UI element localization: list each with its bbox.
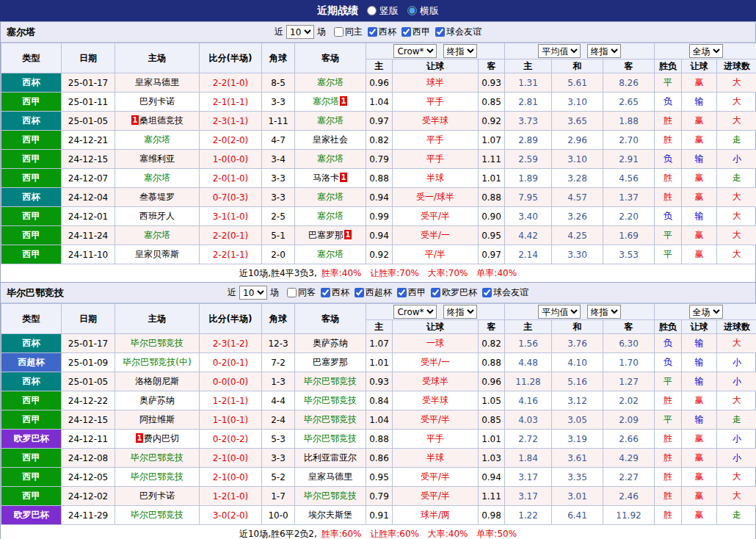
match-date: 24-11-10 <box>62 245 115 264</box>
avg-source-select[interactable]: 平均值 <box>538 44 581 58</box>
filter-checkbox[interactable] <box>287 288 297 297</box>
filter-option-同主[interactable]: 同主 <box>334 26 363 38</box>
corner-score: 3-3 <box>262 188 295 207</box>
team-name[interactable]: 毕尔巴鄂竞技 <box>304 414 357 424</box>
filter-checkbox[interactable] <box>401 27 411 37</box>
match-row: 西甲24-11-10皇家贝蒂斯2-2(1-1)2-0塞尔塔0.92平/半0.97… <box>1 245 756 264</box>
filter-checkbox[interactable] <box>435 27 445 37</box>
team-name[interactable]: 毕尔巴鄂竞技 <box>131 471 183 482</box>
avg-away-odds: 2.46 <box>603 487 655 506</box>
team-name[interactable]: 巴塞罗那 <box>308 230 344 240</box>
team-name[interactable]: 塞尔塔 <box>317 192 344 202</box>
team-name[interactable]: 奥萨苏纳 <box>139 395 175 405</box>
handicap-line: 平手 <box>393 93 479 112</box>
filter-option-欧罗巴杯[interactable]: 欧罗巴杯 <box>431 286 477 299</box>
team-name[interactable]: 巴列卡诺 <box>139 491 175 501</box>
team-name[interactable]: 毕尔巴鄂竞技 <box>131 510 183 520</box>
team-name[interactable]: 塞尔塔 <box>144 173 170 183</box>
scope-select[interactable]: 全场 <box>689 44 723 58</box>
team-name[interactable]: 叁慕堤罗 <box>139 192 175 202</box>
team-name[interactable]: 毕尔巴鄂竞技 <box>131 338 183 348</box>
team-name[interactable]: 塞维利亚 <box>139 153 175 164</box>
match-score: 2-2(0-1) <box>200 226 262 245</box>
team-name[interactable]: 西班牙人 <box>139 211 175 221</box>
filter-option-西杯[interactable]: 西杯 <box>321 286 349 299</box>
vertical-layout-radio[interactable] <box>367 6 377 15</box>
avg-kind-select[interactable]: 终指 <box>587 44 621 58</box>
team-name[interactable]: 巴列卡诺 <box>139 96 175 106</box>
team-name[interactable]: 皇家马德里 <box>308 471 352 482</box>
team-name[interactable]: 塞尔塔 <box>144 230 170 240</box>
filter-option-西甲[interactable]: 西甲 <box>397 286 426 299</box>
layout-option-vertical[interactable]: 竖版 <box>367 4 399 18</box>
team-name[interactable]: 塞尔塔 <box>144 134 170 145</box>
home-team-cell: 毕尔巴鄂竞技 <box>115 506 200 525</box>
corner-score: 1-11 <box>262 112 295 131</box>
odds-kind-select[interactable]: 终指 <box>443 305 477 319</box>
match-count-select[interactable]: 10 <box>286 25 314 39</box>
match-date: 24-12-02 <box>62 487 115 506</box>
team-name[interactable]: 毕尔巴鄂竞技 <box>304 491 357 501</box>
away-team-cell: 塞尔塔 <box>295 112 366 131</box>
team-name[interactable]: 毕尔巴鄂竞技 <box>131 452 183 463</box>
team-name[interactable]: 桑坦德竞技 <box>139 115 183 126</box>
scope-group-header: 全场 <box>655 43 756 59</box>
filter-option-同客[interactable]: 同客 <box>287 286 316 299</box>
team-name[interactable]: 塞尔塔 <box>317 115 344 126</box>
horizontal-layout-radio[interactable] <box>407 6 417 15</box>
team-name[interactable]: 奥萨苏纳 <box>313 338 348 348</box>
team-name[interactable]: 塞尔塔 <box>317 153 344 164</box>
filter-checkbox[interactable] <box>321 288 330 297</box>
layout-option-horizontal[interactable]: 横版 <box>407 4 439 18</box>
filter-checkbox[interactable] <box>397 288 407 297</box>
away-team-cell: 塞尔塔 <box>295 188 366 207</box>
scope-select[interactable]: 全场 <box>689 305 723 319</box>
match-type-badge: 西甲 <box>1 207 62 226</box>
team-name[interactable]: 皇家社会 <box>313 134 348 145</box>
team-name[interactable]: 塞尔塔 <box>313 96 339 106</box>
avg-home-odds: 1.22 <box>505 506 552 525</box>
filter-option-西杯[interactable]: 西杯 <box>368 26 396 38</box>
result-goals: 大 <box>717 226 756 245</box>
match-score: 3-1(1-0) <box>200 207 262 226</box>
team-name[interactable]: 塞尔塔 <box>317 211 344 221</box>
team-name[interactable]: 毕尔巴鄂竞技 <box>304 395 357 405</box>
odds-kind-select[interactable]: 终指 <box>443 44 477 58</box>
avg-kind-select[interactable]: 终指 <box>587 305 621 319</box>
team-name[interactable]: 皇家马德里 <box>135 77 179 87</box>
filter-checkbox[interactable] <box>482 288 492 297</box>
avg-source-select[interactable]: 平均值 <box>538 305 581 319</box>
team-name[interactable]: 毕尔巴鄂竞技 <box>304 433 357 444</box>
subcol-handicap-result: 让球 <box>682 59 717 73</box>
team-name[interactable]: 巴塞罗那 <box>313 357 348 367</box>
filter-checkbox[interactable] <box>368 27 377 37</box>
filter-checkbox[interactable] <box>355 288 364 297</box>
team-name[interactable]: 阿拉维斯 <box>139 414 175 424</box>
team-name[interactable]: 马洛卡 <box>313 173 339 183</box>
team-name[interactable]: 毕尔巴鄂竞技 <box>304 376 357 386</box>
filter-checkbox[interactable] <box>334 27 344 37</box>
match-row: 西杯24-12-04叁慕堤罗0-7(0-3)3-3塞尔塔0.94受一/球半0.8… <box>1 188 756 207</box>
avg-away-odds: 8.26 <box>603 73 655 93</box>
odds-source-select[interactable]: Crow* <box>393 305 437 319</box>
filter-checkbox[interactable] <box>431 288 440 297</box>
filter-option-球会友谊[interactable]: 球会友谊 <box>482 286 528 299</box>
team-name[interactable]: 毕尔巴鄂竞技(中) <box>123 357 191 367</box>
handicap-line: 平手 <box>393 131 479 150</box>
team-name[interactable]: 比利亚雷亚尔 <box>304 452 357 463</box>
team-name[interactable]: 塞尔塔 <box>317 249 344 259</box>
team-name[interactable]: 洛格朗尼斯 <box>135 376 179 386</box>
team-name[interactable]: 塞尔塔 <box>317 77 344 87</box>
team-name[interactable]: 皇家贝蒂斯 <box>135 249 179 259</box>
filter-option-西超杯[interactable]: 西超杯 <box>355 286 392 299</box>
odds-source-select[interactable]: Crow* <box>393 44 437 58</box>
match-count-select[interactable]: 10 <box>239 286 267 300</box>
filter-option-西甲[interactable]: 西甲 <box>401 26 430 38</box>
match-type-badge: 西甲 <box>1 93 62 112</box>
match-type-badge: 西杯 <box>1 188 62 207</box>
corner-score: 5-2 <box>262 468 295 487</box>
home-odds: 0.94 <box>366 226 393 245</box>
team-name[interactable]: 费内巴切 <box>144 433 179 444</box>
filter-option-球会友谊[interactable]: 球会友谊 <box>435 26 481 38</box>
team-name[interactable]: 埃尔夫斯堡 <box>308 510 352 520</box>
